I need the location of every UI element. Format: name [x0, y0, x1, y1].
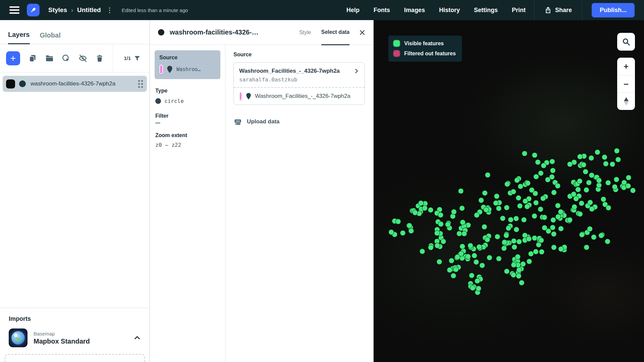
close-panel-icon[interactable]	[359, 29, 366, 36]
select-feature-icon[interactable]	[62, 54, 70, 63]
nav-zoom-extent-value: z0 — z22	[155, 142, 220, 148]
imports-heading: Imports	[0, 315, 150, 322]
basemap-name: Mapbox Standard	[34, 338, 90, 345]
divider	[582, 0, 582, 20]
publish-button[interactable]: Publish...	[592, 3, 635, 17]
import-kind-label: Basemap	[34, 331, 90, 337]
mapbox-studio-icon[interactable]	[27, 4, 40, 16]
source-layer-row[interactable]: Washroom_Facilities_-_4326-7wph2a	[234, 87, 365, 105]
nav-help[interactable]: Help	[346, 7, 360, 14]
add-layer-button[interactable]: +	[6, 51, 20, 65]
layer-toolbar: + 1/1	[0, 44, 150, 72]
dataset-name: Washroom_Facilities_-_4326-7wph2a	[239, 68, 340, 74]
nav-source-card[interactable]: Source Washroo…	[155, 50, 220, 79]
source-dataset-row[interactable]: Washroom_Facilities_-_4326-7wph2a saraha…	[234, 63, 365, 87]
plus-icon: +	[624, 62, 629, 71]
nav-type-block: Type circle	[155, 88, 220, 104]
map-zoom-controls: + −	[617, 58, 635, 110]
layer-editor-panel: washroom-facilities-4326-… Style Select …	[150, 20, 373, 362]
drag-handle[interactable]	[138, 80, 143, 88]
search-icon	[622, 38, 631, 46]
group-folder-icon[interactable]	[45, 54, 54, 63]
visible-features-swatch	[393, 40, 400, 47]
source-heading: Source	[233, 52, 365, 58]
panel-header: washroom-facilities-4326-… Style Select …	[150, 20, 373, 45]
nav-zoom-extent-label: Zoom extent	[155, 132, 220, 138]
nav-filter-label: Filter	[155, 113, 220, 119]
style-options-kebab-icon[interactable]: ⋮	[106, 8, 113, 12]
share-label: Share	[555, 7, 572, 14]
nav-images[interactable]: Images	[404, 7, 425, 14]
tab-style[interactable]: Style	[299, 20, 311, 45]
legend-label: Visible features	[404, 41, 444, 47]
tab-layers[interactable]: Layers	[8, 31, 30, 44]
legend-label: Filtered out features	[404, 51, 456, 57]
nav-zoom-extent-block[interactable]: Zoom extent z0 — z22	[155, 132, 220, 148]
nav-settings[interactable]: Settings	[474, 7, 498, 14]
nav-filter-block[interactable]: Filter	[155, 113, 220, 124]
import-drop-zone	[5, 354, 145, 362]
filtered-features-swatch	[393, 50, 400, 57]
paint-spray-icon	[30, 6, 37, 14]
layer-counter: 1/1	[124, 55, 131, 61]
tab-select-data[interactable]: Select data	[321, 20, 350, 45]
legend-row-filtered: Filtered out features	[393, 50, 456, 57]
tab-global[interactable]: Global	[40, 32, 61, 44]
minus-icon: −	[624, 80, 629, 88]
map-legend: Visible features Filtered out features	[388, 36, 462, 62]
top-nav: Help Fonts Images History Settings Print…	[339, 0, 644, 20]
layers-sidebar: Layers Global + 1/1 washroom-facili	[0, 20, 150, 362]
feature-dots-layer	[374, 20, 644, 362]
zoom-out-button[interactable]: −	[617, 75, 635, 93]
nav-fonts[interactable]: Fonts	[374, 7, 390, 14]
source-card: Washroom_Facilities_-_4326-7wph2a saraha…	[233, 62, 365, 105]
sidebar-tabs: Layers Global	[0, 20, 150, 44]
map-pin-icon	[246, 93, 252, 100]
nav-source-label: Source	[159, 55, 216, 61]
nav-type-label: Type	[155, 88, 220, 94]
legend-row-visible: Visible features	[393, 40, 456, 47]
filter-layers-icon[interactable]	[133, 55, 141, 62]
source-pill-icon	[159, 65, 163, 74]
divider	[534, 0, 534, 20]
tileset-id: sarahalfa.0astzkub	[239, 76, 359, 83]
basemap-import-row[interactable]: Basemap Mapbox Standard	[9, 328, 141, 347]
map-pin-icon	[166, 65, 173, 73]
collapse-chevron-icon[interactable]	[133, 334, 141, 342]
upload-data-button[interactable]: Upload data	[233, 118, 365, 126]
layer-name: washroom-facilities-4326-7wph2a	[31, 80, 115, 87]
basemap-thumbnail	[9, 328, 28, 347]
layer-circle-icon	[158, 29, 164, 36]
breadcrumb-chevron-icon: ›	[71, 7, 73, 14]
upload-data-label: Upload data	[247, 118, 279, 125]
type-circle-icon	[155, 98, 161, 104]
imports-section: Imports Basemap Mapbox Standard	[0, 308, 150, 362]
circle-type-icon	[19, 80, 26, 87]
globe-icon	[11, 331, 25, 345]
breadcrumb-styles[interactable]: Styles	[48, 6, 67, 14]
nav-print[interactable]: Print	[512, 7, 526, 14]
top-bar: Styles › Untitled ⋮ Edited less than a m…	[0, 0, 644, 20]
layer-row[interactable]: washroom-facilities-4326-7wph2a	[3, 76, 147, 92]
layer-color-swatch	[6, 79, 15, 88]
nav-source-value: Washroo…	[176, 66, 201, 72]
nav-history[interactable]: History	[439, 7, 460, 14]
share-button[interactable]: Share	[536, 6, 581, 14]
breadcrumb-style-name[interactable]: Untitled	[77, 6, 101, 14]
map-canvas[interactable]: Visible features Filtered out features +…	[374, 20, 644, 362]
panel-title: washroom-facilities-4326-…	[170, 28, 259, 36]
edited-status: Edited less than a minute ago	[122, 7, 188, 13]
duplicate-layer-icon[interactable]	[28, 54, 37, 63]
delete-layer-icon[interactable]	[95, 54, 104, 63]
compass-needle-icon	[624, 97, 629, 106]
map-search-button[interactable]	[617, 33, 635, 51]
source-layer-name: Washroom_Facilities_-_4326-7wph2a	[255, 93, 351, 100]
select-data-content: Source Washroom_Facilities_-_4326-7wph2a…	[225, 45, 373, 362]
hide-layer-icon[interactable]	[78, 54, 87, 63]
menu-icon[interactable]	[9, 6, 19, 14]
chevron-right-icon	[354, 68, 359, 74]
source-pill-icon	[239, 92, 242, 101]
compass-button[interactable]	[617, 93, 635, 110]
upload-drive-icon	[233, 118, 242, 126]
zoom-in-button[interactable]: +	[617, 58, 635, 75]
